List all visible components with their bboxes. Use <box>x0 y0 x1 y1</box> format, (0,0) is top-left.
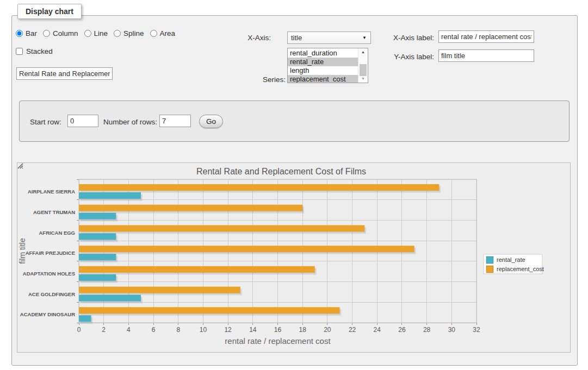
series-option-length[interactable]: length <box>288 66 358 75</box>
svg-text:replacement_cost: replacement_cost <box>497 266 544 272</box>
start-row-input[interactable] <box>67 115 98 127</box>
svg-text:film title: film title <box>18 238 27 264</box>
svg-text:28: 28 <box>423 326 431 334</box>
chart-type-area[interactable]: Area <box>150 29 176 37</box>
y-axis-label-input[interactable] <box>438 49 534 62</box>
svg-text:32: 32 <box>473 326 480 334</box>
svg-text:ACE GOLDFINGER: ACE GOLDFINGER <box>28 291 75 297</box>
rows-panel <box>19 101 570 142</box>
stacked-checkbox-row[interactable]: Stacked <box>16 47 53 55</box>
svg-text:12: 12 <box>224 326 232 334</box>
scrollbar-up-arrow-icon[interactable]: ▲ <box>358 48 368 56</box>
bar-chart-container: 02468101214161820222426283032AIRPLANE SI… <box>17 162 571 353</box>
svg-text:6: 6 <box>152 326 156 334</box>
x-axis-label-input[interactable] <box>438 30 534 43</box>
svg-text:10: 10 <box>200 326 207 334</box>
stacked-checkbox[interactable] <box>16 48 23 55</box>
svg-text:rental_rate: rental_rate <box>497 256 525 263</box>
radio-bar[interactable] <box>16 30 23 37</box>
series-multiselect[interactable]: rental_durationrental_ratelengthreplacem… <box>287 48 368 83</box>
svg-text:2: 2 <box>102 326 106 334</box>
radio-label: Line <box>94 29 108 37</box>
svg-text:AIRPLANE SIERRA: AIRPLANE SIERRA <box>28 189 75 195</box>
fieldset-legend: Display chart <box>17 4 82 19</box>
radio-area[interactable] <box>150 30 157 37</box>
svg-text:14: 14 <box>249 326 257 334</box>
series-options: rental_durationrental_ratelengthreplacem… <box>288 49 358 83</box>
radio-line[interactable] <box>84 30 91 37</box>
bar-chart: 02468101214161820222426283032AIRPLANE SI… <box>17 163 570 352</box>
series-scrollbar[interactable]: ▲ ▼ <box>358 48 368 83</box>
scrollbar-thumb[interactable] <box>360 64 367 76</box>
chart-type-column[interactable]: Column <box>43 29 78 37</box>
svg-text:30: 30 <box>448 326 456 334</box>
number-of-rows-caption: Number of rows: <box>103 118 157 126</box>
number-of-rows-input[interactable] <box>159 115 191 127</box>
svg-text:4: 4 <box>127 326 131 334</box>
resize-handle-icon[interactable] <box>17 163 23 169</box>
svg-text:ACADEMY DINOSAUR: ACADEMY DINOSAUR <box>20 311 75 317</box>
y-axis-label-caption: Y-Axis label: <box>387 53 434 61</box>
radio-column[interactable] <box>43 30 50 37</box>
radio-label: Area <box>160 29 176 37</box>
radio-label: Column <box>53 29 78 37</box>
radio-label: Spline <box>123 29 144 37</box>
svg-text:8: 8 <box>176 326 180 334</box>
chart-builder-page: Display chart BarColumnLineSplineArea St… <box>0 0 588 370</box>
series-caption: Series: <box>247 76 286 84</box>
x-axis-select[interactable]: title ▼ <box>287 32 371 44</box>
svg-text:AFRICAN EGG: AFRICAN EGG <box>39 230 76 236</box>
x-axis-label-caption: X-Axis label: <box>387 34 434 42</box>
radio-spline[interactable] <box>114 30 121 37</box>
stacked-label: Stacked <box>26 47 53 55</box>
chart-type-spline[interactable]: Spline <box>114 29 144 37</box>
chart-title-input[interactable] <box>16 67 113 80</box>
series-option-rental_rate[interactable]: rental_rate <box>288 58 358 66</box>
start-row-caption: Start row: <box>30 118 61 126</box>
chart-type-bar[interactable]: Bar <box>16 29 37 37</box>
svg-text:Rental Rate and Replacement Co: Rental Rate and Replacement Cost of Film… <box>196 167 366 176</box>
svg-text:AFFAIR PREJUDICE: AFFAIR PREJUDICE <box>26 250 75 256</box>
go-button[interactable]: Go <box>199 115 223 128</box>
select-dropdown-arrow-icon: ▼ <box>362 36 367 40</box>
series-option-replacement_cost[interactable]: replacement_cost <box>288 75 358 83</box>
svg-text:0: 0 <box>77 326 81 334</box>
svg-text:rental rate / replacement cost: rental rate / replacement cost <box>225 336 331 346</box>
svg-text:16: 16 <box>274 326 282 334</box>
chart-type-line[interactable]: Line <box>84 29 108 37</box>
svg-text:ADAPTATION HOLES: ADAPTATION HOLES <box>23 271 75 277</box>
scrollbar-down-arrow-icon[interactable]: ▼ <box>358 75 368 83</box>
svg-text:26: 26 <box>398 326 406 334</box>
svg-text:AGENT TRUMAN: AGENT TRUMAN <box>33 209 75 215</box>
radio-label: Bar <box>26 29 37 37</box>
svg-text:22: 22 <box>349 326 356 334</box>
svg-text:20: 20 <box>324 326 331 334</box>
svg-text:24: 24 <box>374 326 381 334</box>
series-option-rental_duration[interactable]: rental_duration <box>288 49 358 58</box>
x-axis-selected-value: title <box>291 34 302 42</box>
x-axis-caption: X-Axis: <box>239 34 271 42</box>
chart-type-radio-group: BarColumnLineSplineArea <box>16 29 181 37</box>
svg-text:18: 18 <box>299 326 307 334</box>
